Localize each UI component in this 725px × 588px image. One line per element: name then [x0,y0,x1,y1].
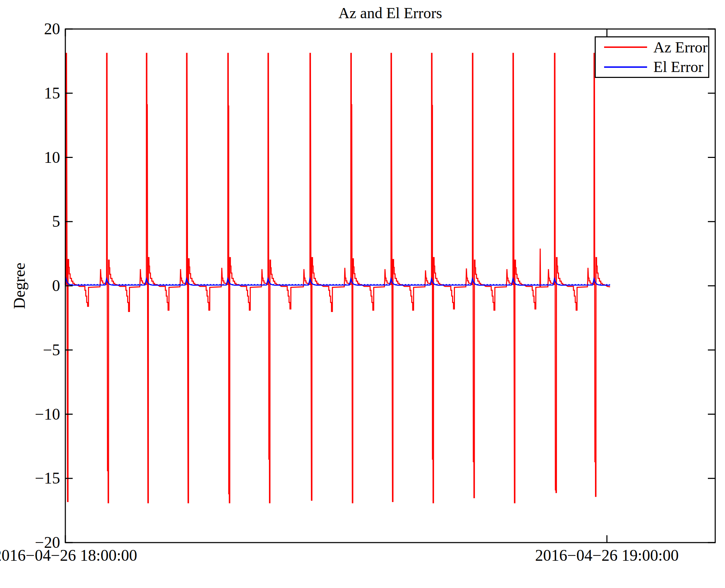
y-tick-label: 5 [0,212,60,231]
plot-area [0,0,725,588]
el-line-sample [604,66,647,68]
y-tick-label: −10 [0,405,60,424]
az-error-line [66,53,610,503]
legend-label-el: El Error [653,58,703,76]
legend-entry-el: El Error [596,57,708,77]
y-tick-label: 10 [0,148,60,167]
axes-box [65,29,715,543]
y-tick-label: 0 [0,276,60,296]
y-tick-label: 15 [0,84,60,103]
y-tick-label: −15 [0,469,60,488]
az-line-sample [604,46,647,48]
legend-entry-az: Az Error [596,37,708,57]
y-tick-label: 20 [0,19,60,39]
figure-canvas: Az and El Errors Degree 20151050−5−10−15… [0,0,725,588]
chart-title: Az and El Errors [65,4,715,22]
x-tick-label-end: 2016−04−26 19:00:00 [535,546,679,565]
y-tick-label: −5 [0,340,60,360]
legend-label-az: Az Error [653,38,708,56]
x-tick-label-start: 2016−04−26 18:00:00 [0,546,137,565]
legend: Az Error El Error [595,36,709,78]
